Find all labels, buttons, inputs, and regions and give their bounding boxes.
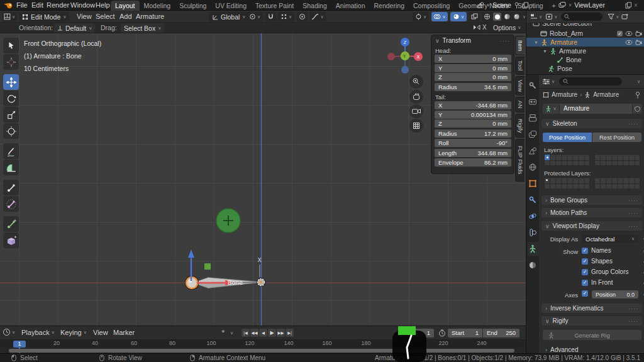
head-z-field[interactable]: Z0 mm [435, 73, 511, 81]
properties-tab-object-data-icon[interactable] [528, 244, 537, 253]
generate-rig-button[interactable]: Generate Rig [543, 330, 641, 340]
protected-layers-grid-right[interactable] [594, 177, 640, 189]
menu-edit[interactable]: Edit [31, 1, 43, 9]
tab-tool[interactable]: Tool [515, 57, 525, 75]
tail-x-field[interactable]: X-344.68 mm [435, 101, 511, 109]
transform-orientation-selector[interactable]: Global ∨ [209, 12, 248, 21]
xray-toggle-button[interactable]: ∨ [450, 12, 467, 21]
expand-icon[interactable]: ▼ [534, 40, 538, 45]
editor-type-button[interactable]: ∨ [2, 12, 17, 21]
viewport-display-section-header[interactable]: ∨ Viewport Display ···· [541, 221, 642, 231]
properties-tab-constraints-icon[interactable] [528, 228, 537, 237]
transform-panel-header[interactable]: ∨ Transform ···· [431, 35, 514, 46]
gizmo-plane-handle[interactable] [204, 263, 211, 270]
inverse-kinematics-section-header[interactable]: › Inverse Kinematics ···· [541, 304, 642, 313]
show-overlays-button[interactable]: ∨ [431, 12, 448, 21]
snap-toggle-button[interactable] [265, 12, 276, 21]
roll-field[interactable]: Roll-90° [435, 139, 511, 147]
tail-y-field[interactable]: Y0.000134 mm [435, 111, 511, 119]
workspace-tab-texture-paint[interactable]: Texture Paint [251, 1, 298, 11]
outliner-filter-obj-icon[interactable] [545, 13, 553, 20]
panel-grip-icon[interactable]: ···· [628, 305, 638, 312]
nav-gizmo[interactable]: Z X Y [387, 38, 423, 74]
properties-tab-object-icon[interactable] [528, 179, 537, 188]
workspace-tab-sculpting[interactable]: Sculpting [175, 1, 211, 11]
timeline-menu-playback[interactable]: Playback∨ [21, 329, 55, 336]
viewport-menu-add[interactable]: Add [119, 13, 132, 20]
expand-icon[interactable]: ▼ [543, 49, 547, 53]
move-tool[interactable] [3, 74, 19, 90]
panel-grip-icon[interactable]: ···· [628, 197, 638, 204]
timeline-ruler[interactable]: 1 20 40 60 80 100 120 140 160 180 220 24… [0, 340, 526, 348]
gizmo-z-arrowhead[interactable] [188, 250, 194, 258]
properties-tab-scene-icon[interactable] [528, 146, 537, 155]
proportional-falloff-button[interactable]: ∨ [309, 12, 326, 21]
viewport-menu-view[interactable]: View [77, 13, 92, 20]
menu-window[interactable]: Window [70, 1, 95, 9]
outliner-row-pose[interactable]: Pose [526, 64, 644, 73]
tab-view[interactable]: View [515, 76, 525, 96]
viewport-menu-armature[interactable]: Armature [136, 13, 164, 20]
frame-start-field[interactable]: Start1 [448, 329, 482, 337]
length-field[interactable]: Length344.68 mm [435, 149, 511, 157]
tail-radius-field[interactable]: Radius17.2 mm [435, 129, 511, 138]
shading-rendered-icon[interactable] [513, 13, 520, 20]
options-dropdown[interactable]: Options ∨ [493, 24, 521, 31]
pan-button[interactable] [409, 90, 423, 104]
frame-end-field[interactable]: End250 [483, 329, 519, 337]
pin-icon[interactable] [635, 91, 641, 99]
unlink-scene-icon[interactable]: × [531, 2, 535, 9]
properties-editor-icon[interactable] [542, 78, 550, 85]
viewlayer-name[interactable]: ViewLayer [574, 1, 605, 9]
head-x-field[interactable]: X0 mm [435, 55, 511, 63]
extrude-tool[interactable] [3, 216, 19, 232]
workspace-tab-rendering[interactable]: Rendering [370, 1, 409, 11]
measure-tool[interactable] [3, 160, 19, 175]
menu-render[interactable]: Render [47, 1, 69, 9]
cursor-tool[interactable] [3, 54, 19, 70]
xray-squares-button[interactable] [469, 12, 480, 21]
hide-eye-icon[interactable] [625, 31, 633, 36]
workspace-tab-shading[interactable]: Shading [298, 1, 331, 11]
snap-settings-button[interactable]: ∨ [278, 12, 294, 21]
properties-tab-modifiers-icon[interactable] [528, 195, 537, 204]
show-in-front-checkbox[interactable]: ✓In Front [582, 279, 613, 286]
head-radius-field[interactable]: Radius34.5 mm [435, 83, 511, 91]
scene-selector[interactable]: ∨ Scene × [477, 1, 535, 9]
workspace-tab-animation[interactable]: Animation [331, 1, 370, 11]
mirror-axis-toggle[interactable]: X [473, 24, 487, 31]
camera-visibility-icon[interactable] [635, 31, 642, 36]
armature-id-selector[interactable]: ∨ [543, 104, 559, 114]
show-group-colors-checkbox[interactable]: ✓Group Colors [582, 268, 628, 275]
scene-name[interactable]: Scene [492, 1, 511, 9]
timeline-menu-keying[interactable]: Keying∨ [60, 329, 87, 336]
nav-z-neg-handle[interactable] [401, 66, 409, 74]
ortho-toggle-button[interactable] [409, 119, 423, 133]
tab-rigify[interactable]: Rigify [515, 114, 525, 138]
chevron-down-icon[interactable]: ∨ [637, 79, 640, 84]
drag-mode-selector[interactable]: Select Box ∨ [121, 23, 164, 33]
properties-tab-physics-icon[interactable] [528, 212, 537, 221]
shading-material-icon[interactable] [504, 13, 511, 20]
layers-grid-left[interactable] [544, 154, 590, 166]
transform-tool[interactable] [3, 123, 19, 139]
shading-wireframe-icon[interactable] [484, 13, 491, 20]
breadcrumb-object[interactable]: Armature [552, 91, 577, 98]
new-scene-icon[interactable] [522, 2, 528, 9]
prev-keyframe-button[interactable]: ◀◀ [250, 329, 258, 337]
properties-tab-material-icon[interactable] [528, 261, 537, 270]
panel-grip-icon[interactable]: ···· [500, 38, 510, 44]
next-keyframe-button[interactable]: ▶▶ [277, 329, 285, 337]
annotate-tool[interactable] [3, 143, 19, 159]
preview-range-clock-icon[interactable] [438, 329, 446, 337]
properties-tab-viewlayer-icon[interactable] [528, 130, 537, 139]
mode-selector[interactable]: Edit Mode ∨ [19, 12, 69, 21]
protected-layers-grid-left[interactable] [544, 177, 590, 189]
shading-solid-button[interactable] [493, 13, 501, 21]
pivot-point-button[interactable]: ∨ [247, 12, 263, 21]
outliner-display-mode-icon[interactable] [530, 13, 538, 20]
menu-help[interactable]: Help [96, 1, 110, 9]
panel-grip-icon[interactable]: ···· [628, 318, 638, 324]
timeline-editor-type-button[interactable]: ∨ [3, 328, 15, 336]
scale-tool[interactable] [3, 107, 19, 123]
